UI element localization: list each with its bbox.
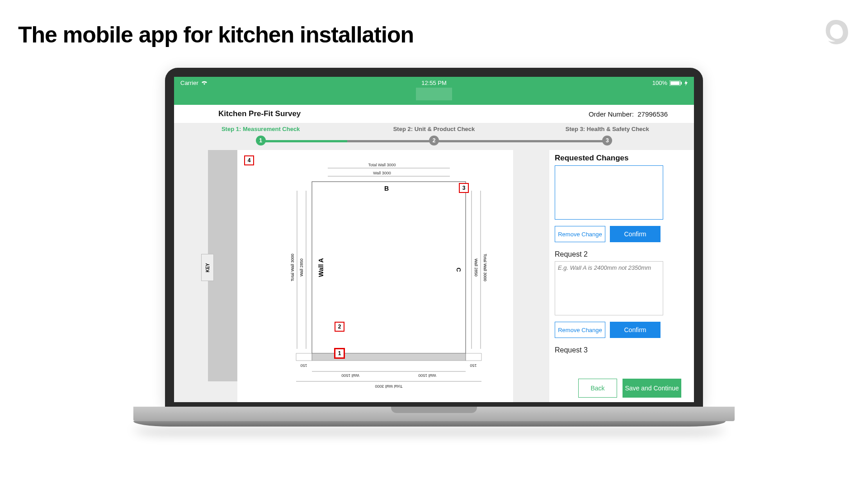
request-2-textarea[interactable]	[555, 261, 663, 315]
bolt-icon	[684, 80, 688, 86]
svg-text:Total Wall 3000: Total Wall 3000	[368, 163, 396, 167]
wifi-icon	[201, 80, 208, 86]
order-label: Order Number:	[589, 110, 634, 118]
status-time: 12:55 PM	[421, 80, 447, 86]
step-2[interactable]: Step 2: Unit & Product Check 2	[347, 123, 520, 150]
page-title: Kitchen Pre-Fit Survey	[218, 109, 301, 118]
step-3[interactable]: Step 3: Health & Safety Check 3	[521, 123, 694, 150]
svg-text:C: C	[455, 267, 462, 272]
laptop-mockup: Carrier 12:55 PM 100% Kitchen Pre-Fit Su…	[165, 68, 703, 427]
key-tab[interactable]: KEY	[201, 254, 214, 281]
remove-change-1-button[interactable]: Remove Change	[555, 226, 605, 242]
marker-2[interactable]: 2	[335, 322, 344, 332]
svg-text:Total Wall 3000: Total Wall 3000	[483, 253, 487, 281]
svg-rect-1	[670, 81, 679, 85]
status-bar: Carrier 12:55 PM 100%	[174, 77, 694, 105]
save-continue-button[interactable]: Save and Continue	[623, 379, 681, 398]
svg-text:150: 150	[300, 363, 307, 368]
svg-text:Wall 3000: Wall 3000	[373, 171, 391, 175]
svg-text:Wall 1500: Wall 1500	[341, 373, 359, 378]
request-3-label: Request 3	[555, 346, 681, 354]
leaf-icon	[820, 16, 852, 48]
marker-1[interactable]: 1	[334, 348, 345, 359]
battery-icon	[670, 80, 682, 86]
carrier-label: Carrier	[180, 80, 198, 86]
confirm-2-button[interactable]: Confirm	[610, 322, 660, 338]
requested-changes-title: Requested Changes	[555, 154, 681, 163]
request-1-textarea[interactable]	[555, 165, 663, 220]
marker-3[interactable]: 3	[459, 183, 469, 193]
svg-text:Wall A: Wall A	[317, 258, 325, 277]
svg-rect-2	[681, 82, 682, 84]
svg-text:150: 150	[470, 363, 476, 368]
svg-text:Total Wall 3000: Total Wall 3000	[290, 253, 295, 281]
confirm-1-button[interactable]: Confirm	[610, 226, 660, 242]
back-button[interactable]: Back	[578, 379, 617, 398]
battery-label: 100%	[652, 80, 667, 86]
slide-title: The mobile app for kitchen installation	[18, 22, 414, 48]
step-1[interactable]: Step 1: Measurement Check 1	[174, 123, 347, 150]
marker-4[interactable]: 4	[244, 155, 254, 165]
svg-rect-20	[296, 353, 312, 361]
request-2-label: Request 2	[555, 250, 681, 258]
floor-plan[interactable]: Total Wall 3000 Wall 3000 B Total Wall 3…	[237, 150, 513, 402]
svg-text:Wall 2850: Wall 2850	[299, 258, 304, 277]
order-number: 27996536	[637, 110, 668, 118]
content-area: KEY Total Wall 3000 Wall 3000 B Total Wa…	[174, 150, 694, 402]
svg-text:B: B	[384, 185, 389, 192]
steps-row: Step 1: Measurement Check 1 Step 2: Unit…	[174, 123, 694, 150]
side-panel: Requested Changes Remove Change Confirm …	[549, 150, 694, 402]
svg-text:Wall 1500: Wall 1500	[418, 373, 436, 378]
svg-rect-21	[466, 353, 481, 361]
svg-text:Wall 2850: Wall 2850	[474, 258, 478, 277]
remove-change-2-button[interactable]: Remove Change	[555, 322, 605, 338]
titlebar: Kitchen Pre-Fit Survey Order Number: 279…	[174, 105, 694, 123]
svg-text:Total Wall 3000: Total Wall 3000	[375, 384, 402, 389]
app-screen: Carrier 12:55 PM 100% Kitchen Pre-Fit Su…	[174, 77, 694, 402]
